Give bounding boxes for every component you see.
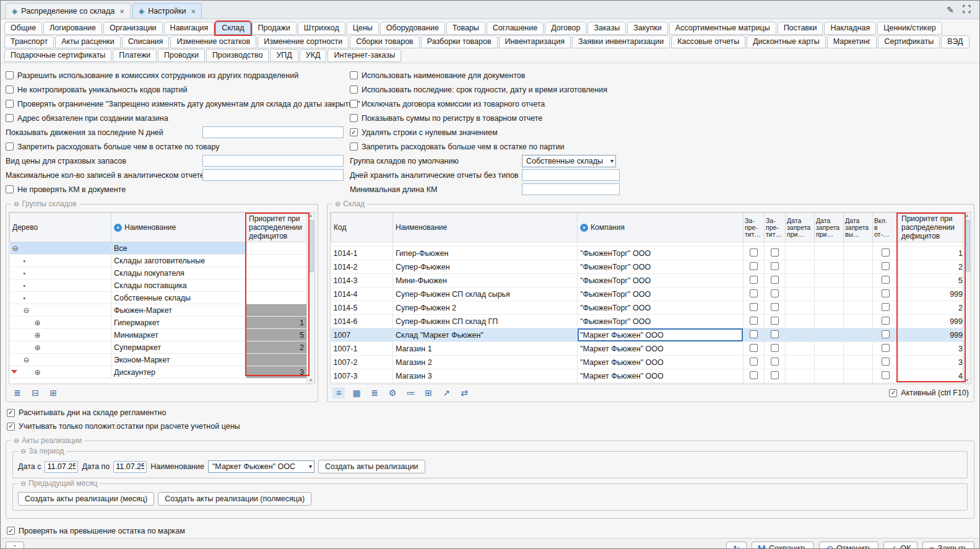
open-in-new-icon[interactable]: ↗ xyxy=(440,387,453,398)
warehouse-row[interactable]: 1007-2Магазин 2"Маркет Фьюжен" ООО3 xyxy=(331,356,967,369)
warehouse-row[interactable]: 1007-4Магазин 1 СП"Маркет Фьюжен" ООО999 xyxy=(331,383,967,385)
maximize-icon[interactable] xyxy=(963,5,971,15)
collapse-groupbox-icon[interactable]: ⊖ xyxy=(335,200,340,208)
save-button[interactable]: Сохранить xyxy=(752,542,814,549)
expand-node-icon[interactable]: ⊕ xyxy=(35,318,44,327)
restrict-checkbox[interactable] xyxy=(771,262,779,270)
settings-tab[interactable]: Заявки инвентаризации xyxy=(572,35,670,48)
group-row[interactable]: ⊖Фьюжен-Маркет xyxy=(10,304,308,317)
settings-tab[interactable]: Проводки xyxy=(158,49,205,62)
option-checkbox[interactable]: ✓ xyxy=(7,527,15,535)
option-checkbox[interactable] xyxy=(6,185,14,193)
priority-cell[interactable] xyxy=(246,292,308,304)
settings-tab[interactable]: Накладная xyxy=(824,22,876,35)
scrollbar-thumb[interactable] xyxy=(308,220,314,272)
date-to-input[interactable] xyxy=(113,461,147,473)
priority-cell[interactable]: 1 xyxy=(246,317,308,329)
settings-tab[interactable]: Организации xyxy=(103,22,163,35)
vertical-scrollbar[interactable]: ▲ ▼ xyxy=(963,213,971,384)
scroll-up-icon[interactable]: ▲ xyxy=(965,213,969,219)
scrollbar-thumb[interactable] xyxy=(965,220,970,272)
settings-tab[interactable]: Кассовые отчеты xyxy=(671,35,745,48)
include-checkbox[interactable] xyxy=(882,330,890,338)
company-select[interactable]: "Маркет Фьюжен" ООС ▾ xyxy=(208,460,314,473)
collapse-node-icon[interactable]: ⊖ xyxy=(24,356,33,364)
settings-tab[interactable]: Транспорт xyxy=(4,35,54,48)
expand-node-icon[interactable]: ⊕ xyxy=(35,368,44,377)
group-row[interactable]: ⊖Эконом-Маркет xyxy=(10,354,308,366)
text-input[interactable] xyxy=(202,155,344,167)
text-input[interactable] xyxy=(522,183,620,195)
restrict-checkbox[interactable] xyxy=(750,358,758,366)
settings-tab[interactable]: Продажи xyxy=(252,22,297,35)
priority-cell[interactable] xyxy=(246,242,308,255)
settings-tab[interactable]: Подарочные сертификаты xyxy=(4,49,111,62)
settings-tab[interactable]: Дисконтные карты xyxy=(747,35,825,48)
priority-cell[interactable] xyxy=(246,304,308,317)
settings-tab[interactable]: Заказы xyxy=(588,22,626,35)
group-row[interactable]: •Склады покупателя xyxy=(10,267,308,279)
expand-node-icon[interactable]: ⊕ xyxy=(35,343,44,352)
settings-tab[interactable]: УПД xyxy=(270,49,298,62)
warehouse-row[interactable]: 1007-1Магазин 1"Маркет Фьюжен" ООО3 xyxy=(331,342,967,356)
restrict-checkbox[interactable] xyxy=(771,330,779,338)
sort-indicator-icon[interactable]: ▾ xyxy=(114,224,122,232)
include-checkbox[interactable] xyxy=(882,371,890,379)
include-checkbox[interactable] xyxy=(882,289,890,297)
create-acts-month-button[interactable]: Создать акты реализации (месяц) xyxy=(18,492,154,506)
create-acts-button[interactable]: Создать акты реализации xyxy=(318,460,425,473)
restrict-checkbox[interactable] xyxy=(771,289,779,297)
include-checkbox[interactable] xyxy=(882,358,890,366)
collapse-groupbox-icon[interactable]: ⊖ xyxy=(20,479,26,488)
group-row[interactable]: •Склады поставщика xyxy=(10,279,308,292)
restrict-checkbox[interactable] xyxy=(771,303,779,311)
group-row[interactable]: •Склады заготовительные xyxy=(10,255,308,267)
group-row[interactable]: ⊖Все xyxy=(10,242,308,255)
expand-all-icon[interactable]: ⊞ xyxy=(47,387,59,398)
settings-tab[interactable]: Договор xyxy=(545,22,586,35)
group-row[interactable]: ⊕Дискаунтер3 xyxy=(10,366,308,379)
settings-tab[interactable]: Навигация xyxy=(164,22,215,35)
settings-tab[interactable]: Разборки товаров xyxy=(421,35,498,48)
restrict-checkbox[interactable] xyxy=(750,262,758,270)
text-input[interactable] xyxy=(202,169,344,181)
collapse-groupbox-icon[interactable]: ⊖ xyxy=(14,200,19,208)
text-input[interactable] xyxy=(202,126,344,138)
settings-tab[interactable]: Акты расценки xyxy=(55,35,121,48)
option-checkbox[interactable] xyxy=(350,71,358,79)
option-checkbox[interactable] xyxy=(6,143,14,151)
option-checkbox[interactable] xyxy=(350,86,358,94)
settings-tab[interactable]: Соглашение xyxy=(487,22,544,35)
restrict-checkbox[interactable] xyxy=(771,358,779,366)
option-checkbox[interactable]: ✓ xyxy=(350,128,358,136)
warehouse-row[interactable]: 1014-3Мини-Фьюжен"ФьюженТорг" ООО5 xyxy=(331,274,967,288)
view-grid-icon[interactable]: ▦ xyxy=(350,387,363,398)
option-checkbox[interactable]: ✓ xyxy=(7,409,15,417)
active-checkbox[interactable]: ✓ xyxy=(889,389,897,397)
settings-tab[interactable]: Штрихкод xyxy=(298,22,345,35)
filter-icon[interactable]: ≣ xyxy=(368,387,381,398)
include-checkbox[interactable] xyxy=(882,303,890,311)
option-checkbox[interactable] xyxy=(350,143,358,151)
close-tab-icon[interactable]: × xyxy=(119,7,124,16)
settings-tab[interactable]: Инвентаризация xyxy=(499,35,571,48)
view-list-icon[interactable]: ≡ xyxy=(332,387,345,398)
settings-tab[interactable]: Товары xyxy=(446,22,485,35)
settings-tab[interactable]: Сборки товаров xyxy=(350,35,420,48)
settings-tab[interactable]: Цены xyxy=(347,22,379,35)
include-checkbox[interactable] xyxy=(882,344,890,352)
include-checkbox[interactable] xyxy=(882,262,890,270)
edit-pencil-icon[interactable]: ✎ xyxy=(947,5,954,15)
settings-tab[interactable]: Общие xyxy=(4,22,42,35)
restrict-checkbox[interactable] xyxy=(750,276,758,284)
priority-cell[interactable] xyxy=(246,255,308,267)
settings-tab[interactable]: Сертификаты xyxy=(878,35,940,48)
warehouse-row[interactable]: 1014-1Гипер-Фьюжен"ФьюженТорг" ООО1 xyxy=(331,247,967,260)
warehouse-row[interactable]: 1014-4Супер-Фьюжен СП склад сырья"Фьюжен… xyxy=(331,288,967,301)
option-checkbox[interactable]: ✓ xyxy=(7,423,15,431)
settings-tab[interactable]: Оборудование xyxy=(380,22,445,35)
priority-cell[interactable]: 3 xyxy=(246,366,308,379)
restrict-checkbox[interactable] xyxy=(771,344,779,352)
collapse-node-icon[interactable]: ⊖ xyxy=(12,244,22,253)
include-checkbox[interactable] xyxy=(882,317,890,325)
